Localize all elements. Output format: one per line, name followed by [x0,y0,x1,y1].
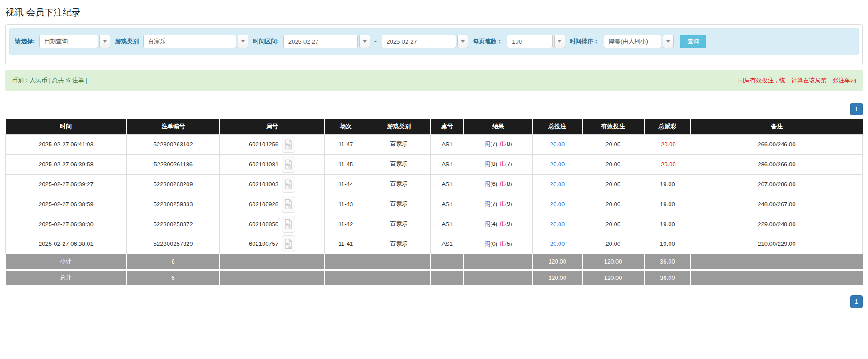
payout-cell: 19.00 [644,234,691,254]
date-to-value[interactable]: 2025-02-27 [382,35,456,48]
remark-cell: 248.00/267.00 [691,194,862,214]
game-type-cell: 百家乐 [367,234,431,254]
empty-cell [324,269,367,285]
query-type-combo: 日期查询 [39,35,110,48]
banker-result-label: 庄 [499,180,505,187]
payout-cell: 19.00 [644,194,691,214]
round-id: 602101081 [249,161,278,168]
remark-cell: 229.00/248.00 [691,214,862,234]
valid-bet-cell: 20.00 [582,174,644,194]
date-from-combo: 2025-02-27 [283,35,370,48]
remark-cell: 210.00/229.00 [691,234,862,254]
video-replay-icon[interactable] [282,196,295,213]
valid-bet-notice: 同局有效投注，统一计算在该局第一张注单内 [738,76,856,85]
page-size-dropdown-button[interactable] [554,35,565,48]
chevron-down-icon [558,40,561,43]
video-replay-icon[interactable] [282,235,295,252]
valid-bet-cell: 20.00 [582,154,644,174]
total-bet-link[interactable]: 20.00 [532,234,582,254]
round-id: 602100757 [249,240,278,247]
pagination-bottom: 1 [5,295,863,308]
time-cell: 2025-02-27 06:39:27 [6,174,127,194]
round-id: 602100850 [249,221,278,228]
subtotal-count: 6 [126,254,220,269]
total-bet-link[interactable]: 20.00 [532,214,582,234]
currency-total-summary: 币别：人民币 | 总共 :6 注单 | [12,76,87,85]
player-result-score: (8) [490,160,497,167]
time-sort-dropdown-button[interactable] [663,35,674,48]
date-to-combo: 2025-02-27 [382,35,468,48]
banker-result-label: 庄 [499,140,505,147]
chevron-down-icon [241,40,245,43]
empty-cell [464,254,532,269]
chevron-down-icon [666,40,670,43]
query-type-value[interactable]: 日期查询 [39,35,98,48]
time-sort-label: 时间排序： [570,37,599,45]
player-result-label: 闲 [484,220,490,227]
time-sort-combo: 降冪(由大到小) [604,35,674,48]
col-header-table-no: 桌号 [431,119,464,134]
total-bet-link[interactable]: 20.00 [532,174,582,194]
page-size-combo: 100 [507,35,565,48]
filter-panel: 请选择: 日期查询 游戏类别 百家乐 时间区间: 2025-02-27 ~ 20… [5,24,863,65]
session-cell: 11-42 [324,214,367,234]
page-1-button[interactable]: 1 [850,295,863,308]
date-to-dropdown-button[interactable] [457,35,468,48]
table-no-cell: AS1 [431,234,464,254]
page-1-button[interactable]: 1 [850,103,863,115]
bet-id-cell: 522300263102 [126,134,220,154]
total-count: 6 [126,269,220,285]
banker-result-label: 庄 [499,220,505,227]
time-sort-value[interactable]: 降冪(由大到小) [604,35,661,48]
empty-cell [431,254,464,269]
round-id-cell: 602100757 [220,234,324,254]
total-payout: 36.00 [644,269,691,285]
game-type-value[interactable]: 百家乐 [143,35,236,48]
valid-bet-cell: 20.00 [582,134,644,154]
time-cell: 2025-02-27 06:38:59 [6,194,127,214]
remark-cell: 267.00/286.00 [691,174,862,194]
col-header-game-type: 游戏类别 [367,119,431,134]
total-bet-link[interactable]: 20.00 [532,134,582,154]
col-header-time: 时间 [6,119,127,134]
page-size-value[interactable]: 100 [507,35,553,48]
table-header-row: 时间 注单编号 局号 场次 游戏类别 桌号 结果 总投注 有效投注 总派彩 备注 [6,119,863,134]
total-total-bet: 120.00 [532,269,582,285]
total-bet-link[interactable]: 20.00 [532,194,582,214]
video-replay-icon[interactable] [282,136,295,153]
game-type-dropdown-button[interactable] [238,35,248,48]
video-replay-icon[interactable] [282,216,295,233]
remark-cell: 286.00/266.00 [691,154,862,174]
game-type-cell: 百家乐 [367,194,431,214]
subtotal-row: 小计 6 120.00 120.00 36.00 [6,254,863,269]
col-header-bet-id: 注单编号 [126,119,220,134]
player-result-label: 闲 [484,140,490,147]
banker-result-label: 庄 [499,240,505,247]
date-from-dropdown-button[interactable] [359,35,370,48]
empty-cell [691,269,862,285]
table-no-cell: AS1 [431,134,464,154]
subtotal-payout: 36.00 [644,254,691,269]
query-type-dropdown-button[interactable] [99,35,110,48]
round-id-cell: 602101003 [220,174,324,194]
date-from-value[interactable]: 2025-02-27 [283,35,358,48]
video-replay-icon[interactable] [282,176,295,193]
time-cell: 2025-02-27 06:38:30 [6,214,127,234]
total-valid-bet: 120.00 [582,269,644,285]
result-cell: 闲(4) 庄(9) [464,214,532,234]
col-header-round-id: 局号 [220,119,324,134]
round-id-cell: 602101256 [220,134,324,154]
empty-cell [367,254,431,269]
video-replay-icon[interactable] [282,156,295,173]
time-cell: 2025-02-27 06:39:58 [6,154,127,174]
search-button[interactable]: 查询 [680,35,706,48]
payout-cell: -20.00 [644,134,691,154]
banker-result-score: (8) [505,140,512,147]
col-header-valid-bet: 有效投注 [582,119,644,134]
player-result-label: 闲 [484,160,490,167]
game-type-label: 游戏类别 [115,37,139,45]
game-type-cell: 百家乐 [367,174,431,194]
table-no-cell: AS1 [431,174,464,194]
session-cell: 11-41 [324,234,367,254]
total-bet-link[interactable]: 20.00 [532,154,582,174]
